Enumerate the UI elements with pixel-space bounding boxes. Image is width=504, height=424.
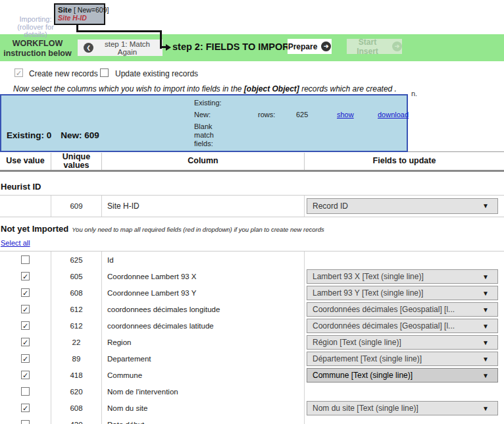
unique-count: 609 (51, 196, 102, 217)
use-value-checkbox[interactable] (21, 387, 30, 396)
rows-value: 625 (296, 111, 308, 119)
column-name: Id (102, 252, 305, 268)
start-insert-button-disabled[interactable]: Start Insert ➔ (347, 39, 402, 54)
use-value-checkbox[interactable]: ✓ (21, 288, 30, 297)
field-to-update-select[interactable]: Lambert 93 X [Text (single line)] ▼ (307, 269, 498, 284)
unique-count: 612 (51, 317, 102, 334)
header-unique-values: Unique values (51, 153, 102, 170)
heurist-id-row: 609 Site H-ID Record ID ▼ (0, 195, 504, 217)
section-note: You only need to map all required fields… (72, 226, 324, 233)
field-to-update-select[interactable]: Lambert 93 Y [Text (single line)] ▼ (307, 286, 498, 300)
prepare-button[interactable]: Prepare ➔ (288, 39, 332, 54)
use-value-checkbox[interactable] (21, 420, 30, 424)
chevron-down-icon: ▼ (482, 339, 489, 346)
column-name: Nom de l'intervention (102, 383, 305, 400)
forward-arrow-icon-disabled: ➔ (392, 41, 402, 51)
show-link[interactable]: show (337, 111, 354, 119)
use-value-checkbox[interactable]: ✓ (21, 371, 30, 379)
blank-match-label: match (194, 131, 214, 139)
column-name: Site H-ID (102, 196, 305, 217)
header-use-value: Use value (0, 153, 51, 170)
blank-match-label: fields: (194, 140, 213, 147)
unique-count: 620 (51, 383, 102, 400)
summary-counts: Existing: 0New: 609 (7, 130, 109, 140)
column-name: Nom du site (102, 400, 305, 416)
column-name: Coordonnee Lambert 93 X (102, 268, 305, 284)
chevron-down-icon: ▼ (482, 273, 489, 280)
tooltip-title: Site (58, 6, 72, 14)
use-value-checkbox[interactable] (21, 255, 30, 264)
back-arrow-icon: ❮ (84, 43, 93, 53)
header-fields-to-update: Fields to update (305, 153, 504, 170)
chevron-down-icon: ▼ (482, 372, 489, 379)
table-row: ✓ 608 Coordonnee Lambert 93 Y Lambert 93… (0, 284, 504, 301)
unique-count: 612 (51, 301, 102, 317)
step1-match-again-button[interactable]: ❮ step 1: Match Again (78, 40, 163, 56)
record-type-placeholder: [object Object] (244, 84, 299, 93)
column-name: Commune (102, 367, 305, 383)
heurist-id-section-title: Heurist ID (1, 182, 41, 192)
field-to-update-select[interactable]: Commune [Text (single line)] ▼ (307, 368, 498, 383)
unique-count: 22 (51, 334, 102, 350)
chevron-down-icon: ▼ (482, 323, 489, 330)
unique-count: 418 (51, 367, 102, 383)
table-row: ✓ 612 coordonnees décimales latitude Coo… (0, 317, 504, 334)
record-options-row: ✓ Create new records Update existing rec… (0, 68, 504, 79)
start-insert-label: Start Insert (347, 38, 388, 56)
tooltip-new-count: [ New=609] (72, 6, 109, 14)
select-all-link[interactable]: Select all (1, 239, 30, 247)
mapping-rows: 625 Id ✓ 605 Coordonnee Lambert 93 X Lam… (0, 251, 504, 424)
existing-count: Existing: 0 (7, 130, 51, 140)
table-row: 420 Date début (0, 416, 504, 424)
step2-heading: step 2: FIELDS TO IMPORT (172, 41, 295, 52)
column-name: coordonnees décimales latitude (102, 317, 305, 334)
connector-arrowhead-icon (166, 44, 171, 51)
field-to-update-select[interactable]: Coordonnées décimales [Geospatial] [l...… (307, 302, 498, 317)
unique-count: 89 (51, 350, 102, 367)
field-to-update-select[interactable]: Région [Text (single line)] ▼ (307, 335, 498, 350)
field-to-update-select[interactable]: Nom du site [Text (single line)] ▼ (307, 401, 498, 415)
table-row: ✓ 605 Coordonnee Lambert 93 X Lambert 93… (0, 268, 504, 284)
unique-count: 420 (51, 416, 102, 424)
instruction-text: Now select the columns which you wish to… (13, 84, 397, 93)
field-to-update-select[interactable]: Coordonnées décimales [Geospatial] [l...… (307, 319, 498, 333)
column-name: Date début (102, 416, 305, 424)
tooltip-subtitle: Site H-ID (58, 14, 101, 22)
unique-count: 625 (51, 252, 102, 268)
tooltip-connector-line (76, 30, 162, 32)
unique-count: 608 (51, 284, 102, 301)
column-name: Region (102, 334, 305, 350)
table-row: 625 Id (0, 252, 504, 268)
use-value-checkbox[interactable]: ✓ (21, 338, 30, 346)
workflow-bar: WORKFLOW instruction below ❮ step 1: Mat… (0, 34, 504, 61)
column-name: coordonnees décimales longitude (102, 301, 305, 317)
blank-match-label: Blank (194, 122, 213, 130)
use-value-checkbox[interactable]: ✓ (21, 321, 30, 330)
use-value-checkbox[interactable]: ✓ (21, 272, 30, 280)
import-summary-box: Existing: 0New: 609 Existing: New: Blank… (0, 94, 408, 152)
create-new-records-checkbox[interactable]: ✓ (14, 68, 23, 77)
unique-count: 605 (51, 268, 102, 284)
chevron-down-icon: ▼ (482, 356, 489, 363)
update-existing-records-label: Update existing records (115, 69, 198, 78)
use-value-checkbox[interactable]: ✓ (21, 354, 30, 363)
table-row: ✓ 22 Region Région [Text (single line)] … (0, 334, 504, 350)
chevron-down-icon: ▼ (482, 306, 489, 313)
download-link[interactable]: download (378, 111, 409, 119)
chevron-down-icon: ▼ (482, 202, 489, 209)
record-id-field-select[interactable]: Record ID ▼ (307, 198, 498, 214)
use-value-checkbox[interactable]: ✓ (21, 404, 30, 412)
table-row: 620 Nom de l'intervention (0, 383, 504, 400)
update-existing-records-checkbox[interactable] (100, 68, 109, 77)
existing-label: Existing: (194, 99, 222, 107)
new-count: New: 609 (61, 130, 99, 140)
mapping-table-header: Use value Unique values Column Fields to… (0, 153, 504, 172)
column-name: Coordonnee Lambert 93 Y (102, 284, 305, 301)
forward-arrow-icon: ➔ (321, 41, 331, 51)
obscured-text-fragment: n. (411, 90, 417, 97)
table-row: ✓ 418 Commune Commune [Text (single line… (0, 367, 504, 383)
not-yet-imported-section-title: Not yet ImportedYou only need to map all… (1, 224, 324, 234)
field-to-update-select[interactable]: Département [Text (single line)] ▼ (307, 352, 498, 366)
use-value-checkbox[interactable]: ✓ (21, 305, 30, 313)
create-new-records-label: Create new records (29, 69, 98, 78)
